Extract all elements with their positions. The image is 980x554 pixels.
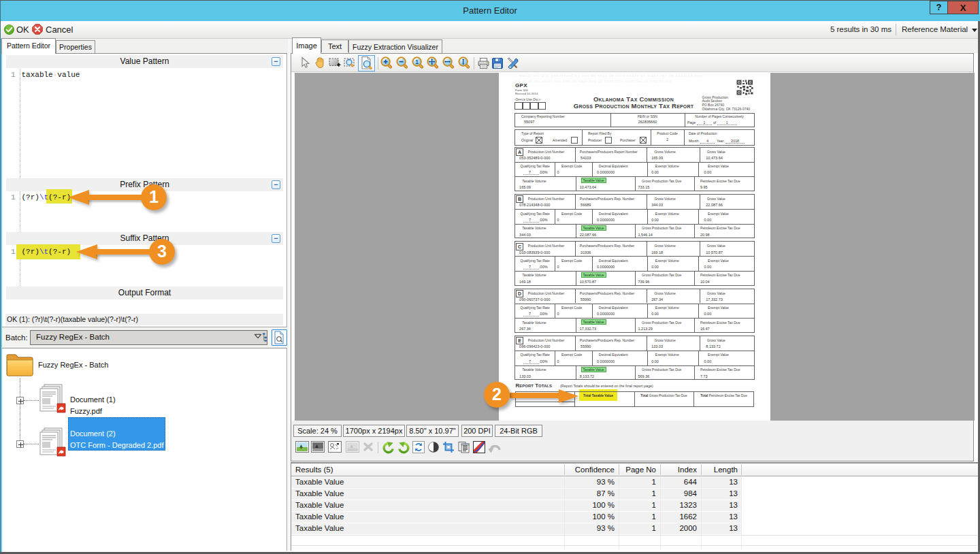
svg-text:1: 1 bbox=[415, 59, 419, 65]
